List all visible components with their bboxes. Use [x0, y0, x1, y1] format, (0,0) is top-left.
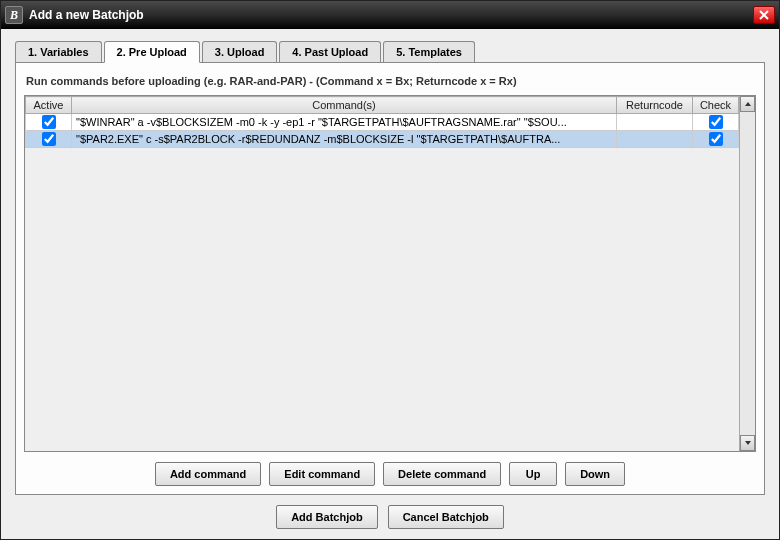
- dialog-window: B Add a new Batchjob 1. Variables 2. Pre…: [0, 0, 780, 540]
- dialog-body: 1. Variables 2. Pre Upload 3. Upload 4. …: [1, 29, 779, 539]
- scroll-down-button[interactable]: [740, 435, 755, 451]
- col-check[interactable]: Check: [693, 97, 739, 114]
- move-down-button[interactable]: Down: [565, 462, 625, 486]
- table-row[interactable]: "$PAR2.EXE" c -s$PAR2BLOCK -r$REDUNDANZ …: [26, 131, 739, 148]
- window-title: Add a new Batchjob: [29, 8, 753, 22]
- active-checkbox[interactable]: [42, 115, 56, 129]
- tab-pre-upload[interactable]: 2. Pre Upload: [104, 41, 200, 63]
- tab-upload[interactable]: 3. Upload: [202, 41, 278, 63]
- check-checkbox[interactable]: [709, 132, 723, 146]
- close-icon: [759, 10, 769, 20]
- table-row[interactable]: "$WINRAR" a -v$BLOCKSIZEM -m0 -k -y -ep1…: [26, 114, 739, 131]
- col-returncode[interactable]: Returncode: [617, 97, 693, 114]
- app-icon: B: [5, 6, 23, 24]
- dialog-buttons-row: Add Batchjob Cancel Batchjob: [15, 495, 765, 529]
- active-checkbox[interactable]: [42, 132, 56, 146]
- instruction-label: Run commands before uploading (e.g. RAR-…: [26, 75, 754, 87]
- add-batchjob-button[interactable]: Add Batchjob: [276, 505, 378, 529]
- command-cell: "$PAR2.EXE" c -s$PAR2BLOCK -r$REDUNDANZ …: [72, 131, 617, 148]
- col-active[interactable]: Active: [26, 97, 72, 114]
- edit-command-button[interactable]: Edit command: [269, 462, 375, 486]
- titlebar: B Add a new Batchjob: [1, 1, 779, 29]
- commands-table-wrap: Active Command(s) Returncode Check "$WIN…: [24, 95, 756, 452]
- tab-variables[interactable]: 1. Variables: [15, 41, 102, 63]
- chevron-up-icon: [744, 100, 752, 108]
- col-command[interactable]: Command(s): [72, 97, 617, 114]
- cancel-batchjob-button[interactable]: Cancel Batchjob: [388, 505, 504, 529]
- vertical-scrollbar[interactable]: [739, 96, 755, 451]
- delete-command-button[interactable]: Delete command: [383, 462, 501, 486]
- close-button[interactable]: [753, 6, 775, 24]
- scroll-up-button[interactable]: [740, 96, 755, 112]
- command-cell: "$WINRAR" a -v$BLOCKSIZEM -m0 -k -y -ep1…: [72, 114, 617, 131]
- add-command-button[interactable]: Add command: [155, 462, 261, 486]
- check-checkbox[interactable]: [709, 115, 723, 129]
- move-up-button[interactable]: Up: [509, 462, 557, 486]
- tabstrip: 1. Variables 2. Pre Upload 3. Upload 4. …: [15, 41, 765, 63]
- returncode-cell: [617, 131, 693, 148]
- tab-past-upload[interactable]: 4. Past Upload: [279, 41, 381, 63]
- scrollbar-track[interactable]: [740, 112, 755, 435]
- commands-table-content: Active Command(s) Returncode Check "$WIN…: [25, 96, 739, 451]
- returncode-cell: [617, 114, 693, 131]
- commands-table: Active Command(s) Returncode Check "$WIN…: [25, 96, 739, 148]
- tab-templates[interactable]: 5. Templates: [383, 41, 475, 63]
- tab-pane: Run commands before uploading (e.g. RAR-…: [15, 62, 765, 495]
- chevron-down-icon: [744, 439, 752, 447]
- command-buttons-row: Add command Edit command Delete command …: [24, 462, 756, 486]
